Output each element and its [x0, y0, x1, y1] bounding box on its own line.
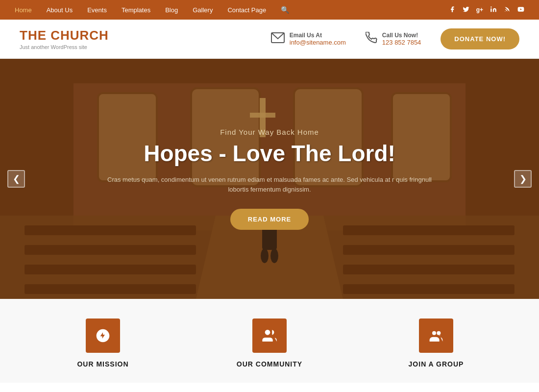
phone-contact: Call Us Now! 123 852 7854: [366, 32, 421, 47]
feature-cards: OUR MISSION OUR COMMUNITY JOIN A GROUP: [0, 299, 539, 383]
svg-point-1: [505, 11, 505, 11]
svg-point-0: [490, 6, 491, 7]
community-icon: [262, 328, 277, 343]
community-icon-box: [252, 318, 287, 353]
googleplus-icon[interactable]: g+: [476, 6, 483, 13]
read-more-button[interactable]: READ MORE: [230, 209, 309, 230]
leaf-icon: [95, 328, 111, 343]
chevron-left-icon: ❮: [13, 173, 20, 184]
header-contact: Email Us At info@sitename.com Call Us No…: [271, 28, 519, 49]
phone-value: 123 852 7854: [382, 39, 421, 46]
hero-prev-arrow[interactable]: ❮: [7, 170, 25, 188]
nav-home[interactable]: Home: [15, 6, 32, 14]
hero-next-arrow[interactable]: ❯: [514, 170, 532, 188]
phone-label: Call Us Now!: [382, 32, 421, 39]
nav-blog[interactable]: Blog: [165, 6, 178, 14]
logo-text: THE CHURCH: [20, 28, 109, 43]
email-info: Email Us At info@sitename.com: [290, 32, 346, 46]
linkedin-icon[interactable]: [490, 6, 497, 14]
hero-subtitle: Find Your Way Back Home: [98, 128, 441, 136]
rss-icon[interactable]: [504, 6, 511, 14]
donate-button[interactable]: DONATE NOW!: [441, 28, 519, 49]
logo-the: THE: [20, 28, 50, 43]
group-card: JOIN A GROUP: [353, 314, 519, 373]
site-header: THE CHURCH Just another WordPress site E…: [0, 20, 539, 59]
mission-icon-box: [86, 318, 120, 353]
search-icon[interactable]: 🔍: [281, 6, 289, 14]
phone-icon: [366, 32, 377, 47]
nav-events[interactable]: Events: [87, 6, 107, 14]
nav-gallery[interactable]: Gallery: [193, 6, 213, 14]
facebook-icon[interactable]: [449, 6, 456, 14]
community-title: OUR COMMUNITY: [237, 360, 302, 368]
nav-links: Home About Us Events Templates Blog Gall…: [15, 6, 289, 14]
hero-section: Find Your Way Back Home Hopes - Love The…: [0, 59, 539, 299]
logo-area: THE CHURCH Just another WordPress site: [20, 28, 109, 50]
twitter-icon[interactable]: [463, 6, 469, 14]
group-icon: [428, 328, 444, 343]
logo-church: CHURCH: [50, 28, 109, 43]
email-icon: [271, 32, 285, 46]
community-card: OUR COMMUNITY: [186, 314, 353, 373]
nav-about[interactable]: About Us: [47, 6, 73, 14]
nav-contact[interactable]: Contact Page: [227, 6, 266, 14]
svg-point-33: [437, 331, 441, 335]
phone-info: Call Us Now! 123 852 7854: [382, 32, 421, 46]
nav-templates[interactable]: Templates: [122, 6, 150, 14]
mission-title: OUR MISSION: [77, 360, 128, 368]
chevron-right-icon: ❯: [519, 173, 527, 184]
mission-card: OUR MISSION: [20, 314, 186, 373]
svg-point-32: [432, 331, 436, 335]
hero-content: Find Your Way Back Home Hopes - Love The…: [98, 128, 441, 230]
email-label: Email Us At: [290, 32, 346, 39]
group-icon-box: [419, 318, 453, 353]
logo-subtitle: Just another WordPress site: [20, 44, 109, 50]
hero-description: Cras metus quam, condimentum ut venen ru…: [98, 175, 441, 196]
top-navigation: Home About Us Events Templates Blog Gall…: [0, 0, 539, 20]
svg-point-31: [265, 330, 270, 335]
email-value: info@sitename.com: [290, 39, 346, 46]
email-contact: Email Us At info@sitename.com: [271, 32, 346, 46]
youtube-icon[interactable]: [517, 6, 524, 14]
hero-title: Hopes - Love The Lord!: [98, 141, 441, 166]
social-icons: g+: [449, 6, 524, 14]
group-title: JOIN A GROUP: [409, 360, 464, 368]
